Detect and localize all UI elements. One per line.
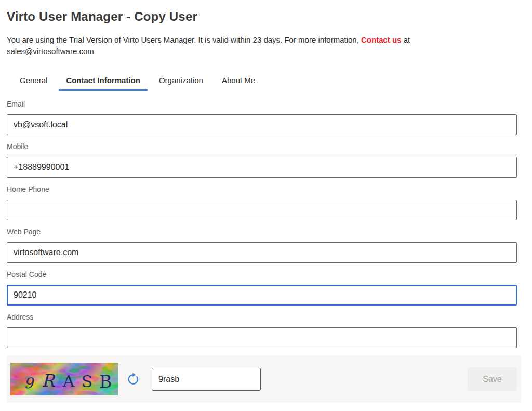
captcha-input[interactable] bbox=[152, 368, 261, 391]
copy-user-page: Virto User Manager - Copy User You are u… bbox=[0, 9, 532, 403]
tab-organization-label: Organization bbox=[159, 76, 203, 85]
trial-message-before: You are using the Trial Version of Virto… bbox=[7, 35, 361, 44]
mobile-label: Mobile bbox=[7, 142, 517, 151]
web-page-field[interactable] bbox=[7, 242, 517, 263]
home-phone-field-group: Home Phone bbox=[7, 185, 517, 220]
address-field-group: Address bbox=[7, 313, 517, 348]
postal-code-field-group: Postal Code bbox=[7, 270, 517, 306]
address-label: Address bbox=[7, 313, 517, 321]
home-phone-field[interactable] bbox=[7, 200, 517, 220]
email-label: Email bbox=[7, 100, 517, 108]
captcha-refresh-button[interactable] bbox=[125, 372, 141, 387]
web-page-label: Web Page bbox=[7, 228, 517, 236]
captcha-footer-bar: 9 R A S B Save bbox=[7, 355, 521, 403]
tab-active-underline bbox=[59, 89, 148, 91]
tab-general[interactable]: General bbox=[12, 71, 55, 91]
trial-message: You are using the Trial Version of Virto… bbox=[7, 34, 494, 57]
tab-contact-information-label: Contact Information bbox=[66, 76, 140, 85]
captcha-char-2: R bbox=[42, 370, 56, 391]
address-field[interactable] bbox=[7, 327, 517, 348]
tab-about-me[interactable]: About Me bbox=[215, 71, 262, 91]
home-phone-label: Home Phone bbox=[7, 185, 517, 193]
captcha-char-4: S bbox=[82, 372, 92, 391]
refresh-icon bbox=[126, 373, 140, 386]
save-button[interactable]: Save bbox=[468, 367, 517, 391]
tab-bar: General Contact Information Organization… bbox=[12, 71, 517, 91]
postal-code-field[interactable] bbox=[7, 285, 517, 306]
mobile-field-group: Mobile bbox=[7, 142, 517, 178]
tab-general-label: General bbox=[20, 76, 47, 85]
captcha-char-5: B bbox=[99, 372, 112, 392]
captcha-image: 9 R A S B bbox=[10, 363, 118, 395]
postal-code-label: Postal Code bbox=[7, 270, 517, 279]
tab-about-me-label: About Me bbox=[222, 76, 255, 85]
page-title: Virto User Manager - Copy User bbox=[7, 9, 517, 24]
contact-information-form: Email Mobile Home Phone Web Page Postal … bbox=[7, 100, 517, 348]
email-field-group: Email bbox=[7, 100, 517, 135]
web-page-field-group: Web Page bbox=[7, 228, 517, 263]
captcha-char-1: 9 bbox=[24, 375, 34, 392]
mobile-field[interactable] bbox=[7, 157, 517, 178]
contact-us-link[interactable]: Contact us bbox=[361, 35, 402, 44]
tab-contact-information[interactable]: Contact Information bbox=[59, 71, 148, 91]
captcha-char-3: A bbox=[62, 372, 75, 391]
email-field[interactable] bbox=[7, 114, 517, 135]
tab-organization[interactable]: Organization bbox=[152, 71, 210, 91]
